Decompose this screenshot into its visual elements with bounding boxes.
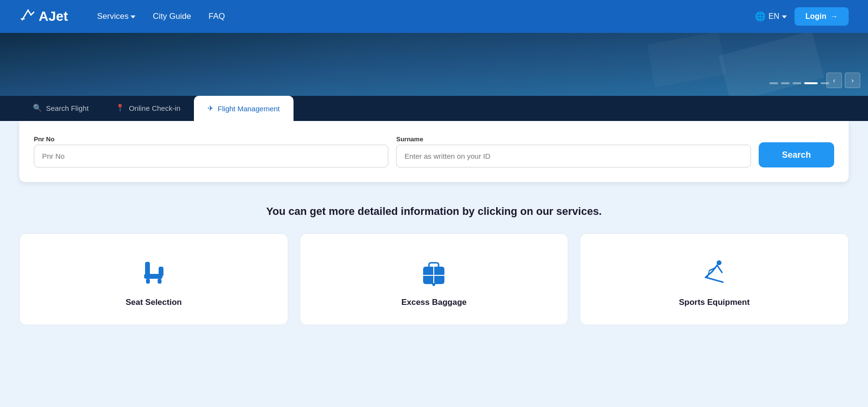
card-seat-selection[interactable]: Seat Selection bbox=[19, 233, 288, 325]
chevron-down-icon bbox=[131, 15, 135, 18]
logo[interactable]: AJet bbox=[19, 6, 68, 27]
pnr-field-group: Pnr No bbox=[34, 136, 388, 167]
logo-icon bbox=[19, 6, 37, 27]
slider-arrows: ‹ › bbox=[826, 73, 860, 88]
svg-point-9 bbox=[432, 283, 435, 286]
hero-banner: ‹ › bbox=[0, 33, 868, 96]
globe-icon: 🌐 bbox=[755, 11, 765, 22]
pnr-input[interactable] bbox=[34, 145, 388, 167]
svg-rect-3 bbox=[146, 279, 150, 284]
dot-3 bbox=[793, 82, 801, 84]
slider-next-button[interactable]: › bbox=[845, 73, 860, 88]
flight-management-form: Pnr No Surname Search bbox=[19, 121, 849, 182]
pnr-label: Pnr No bbox=[34, 136, 388, 143]
pin-icon: 📍 bbox=[116, 104, 125, 112]
card-sports-equipment[interactable]: Sports Equipment bbox=[580, 233, 849, 325]
language-selector[interactable]: 🌐 EN bbox=[755, 11, 787, 22]
surname-field-group: Surname bbox=[396, 136, 750, 167]
skiing-icon bbox=[699, 257, 730, 288]
dot-1 bbox=[769, 82, 778, 84]
lang-label: EN bbox=[768, 12, 779, 21]
tab-search-flight[interactable]: 🔍 Search Flight bbox=[19, 96, 102, 121]
dot-4 bbox=[804, 82, 818, 84]
login-button[interactable]: Login → bbox=[794, 7, 849, 26]
logo-text: AJet bbox=[39, 9, 68, 24]
slider-dots bbox=[769, 82, 829, 84]
nav-faq[interactable]: FAQ bbox=[208, 12, 225, 21]
info-section: You can get more detailed information by… bbox=[0, 182, 868, 233]
search-tab-icon: 🔍 bbox=[33, 104, 42, 112]
services-cards: Seat Selection Excess Baggage bbox=[0, 233, 868, 354]
svg-rect-4 bbox=[158, 279, 162, 284]
svg-rect-2 bbox=[159, 267, 163, 276]
card-excess-baggage[interactable]: Excess Baggage bbox=[300, 233, 569, 325]
surname-input[interactable] bbox=[396, 145, 750, 167]
nav-services[interactable]: Services bbox=[97, 12, 135, 21]
svg-rect-0 bbox=[145, 262, 150, 275]
svg-line-13 bbox=[706, 277, 723, 282]
card-excess-baggage-label: Excess Baggage bbox=[401, 298, 467, 307]
tab-flight-management[interactable]: ✈ Flight Management bbox=[194, 96, 293, 121]
surname-label: Surname bbox=[396, 136, 750, 143]
login-arrow-icon: → bbox=[830, 12, 838, 21]
header-right: 🌐 EN Login → bbox=[755, 7, 849, 26]
dot-2 bbox=[781, 82, 790, 84]
card-seat-selection-label: Seat Selection bbox=[126, 298, 182, 307]
seat-icon bbox=[138, 257, 169, 288]
search-button[interactable]: Search bbox=[759, 142, 834, 167]
slider-prev-button[interactable]: ‹ bbox=[826, 73, 842, 88]
tabs-bar: 🔍 Search Flight 📍 Online Check-in ✈ Flig… bbox=[0, 96, 868, 121]
plane-icon: ✈ bbox=[207, 104, 214, 113]
main-nav: Services City Guide FAQ bbox=[97, 12, 755, 21]
svg-line-14 bbox=[717, 265, 722, 272]
tab-online-checkin[interactable]: 📍 Online Check-in bbox=[102, 96, 194, 121]
baggage-icon bbox=[418, 257, 449, 288]
card-sports-equipment-label: Sports Equipment bbox=[679, 298, 750, 307]
info-title: You can get more detailed information by… bbox=[19, 205, 849, 218]
lang-chevron-icon bbox=[782, 15, 787, 18]
svg-point-10 bbox=[717, 260, 721, 265]
nav-city-guide[interactable]: City Guide bbox=[153, 12, 191, 21]
